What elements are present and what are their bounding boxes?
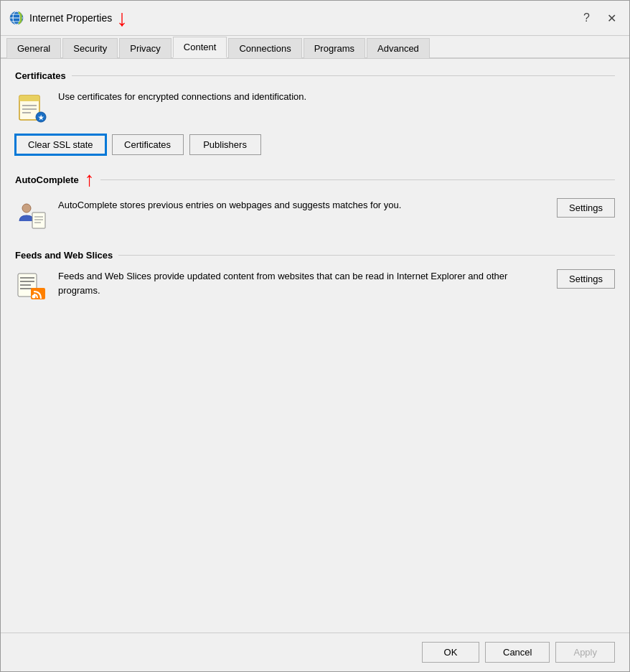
autocomplete-body: AutoComplete stores previous entries on … (15, 195, 615, 235)
content-area: Certificates ★ (1, 59, 629, 633)
autocomplete-icon (17, 200, 48, 231)
feeds-body: Feeds and Web Slices provide updated con… (15, 266, 615, 307)
feeds-section: Feeds and Web Slices (15, 250, 615, 307)
arrow-down-annotation: ↓ (116, 6, 128, 29)
autocomplete-divider (100, 179, 615, 180)
feeds-settings-button[interactable]: Settings (557, 269, 615, 289)
certificates-buttons: Clear SSL state Certificates Publishers (15, 134, 615, 155)
svg-text:★: ★ (38, 114, 44, 121)
arrow-up-annotation: ↑ (85, 169, 95, 190)
certificates-header: Certificates (15, 70, 615, 81)
certificates-body: ★ Use certificates for encrypted connect… (15, 87, 615, 127)
tab-bar: General Security Privacy Content Connect… (1, 36, 629, 59)
title-text: Internet Properties (29, 12, 112, 24)
svg-rect-6 (19, 95, 39, 101)
autocomplete-settings-button[interactable]: Settings (557, 198, 615, 218)
autocomplete-settings-container: Settings (557, 198, 615, 218)
feeds-divider (118, 255, 615, 256)
tab-advanced[interactable]: Advanced (367, 38, 430, 58)
cancel-button[interactable]: Cancel (485, 642, 550, 663)
clear-ssl-state-button[interactable]: Clear SSL state (15, 134, 106, 155)
feeds-icon-container (15, 269, 50, 304)
title-left: Internet Properties ↓ (9, 6, 128, 29)
internet-properties-window: Internet Properties ↓ ? ✕ General Securi… (0, 0, 630, 672)
tab-privacy[interactable]: Privacy (119, 38, 171, 58)
feeds-settings-container: Settings (557, 269, 615, 289)
title-controls: ? ✕ (579, 10, 621, 27)
tab-general[interactable]: General (6, 38, 61, 58)
tab-connections[interactable]: Connections (228, 38, 301, 58)
certificates-description: Use certificates for encrypted connectio… (58, 90, 615, 104)
feeds-header: Feeds and Web Slices (15, 250, 615, 261)
feeds-description: Feeds and Web Slices provide updated con… (58, 269, 548, 297)
svg-rect-13 (32, 213, 45, 228)
feeds-title: Feeds and Web Slices (15, 250, 113, 261)
close-button[interactable]: ✕ (603, 10, 621, 27)
feeds-icon (17, 271, 48, 302)
tab-content[interactable]: Content (173, 37, 227, 58)
ie-icon (9, 11, 24, 25)
autocomplete-icon-container (15, 198, 50, 233)
ok-button[interactable]: OK (422, 642, 479, 663)
title-annotation: Internet Properties ↓ (29, 6, 128, 29)
tab-security[interactable]: Security (62, 38, 118, 58)
certificates-icon-container: ★ (15, 90, 50, 124)
certificates-title: Certificates (15, 70, 66, 81)
help-button[interactable]: ? (579, 10, 594, 26)
certificates-section: Certificates ★ (15, 70, 615, 155)
publishers-button[interactable]: Publishers (189, 134, 261, 155)
certificate-icon: ★ (17, 91, 48, 123)
certificates-button[interactable]: Certificates (112, 134, 184, 155)
svg-point-12 (22, 204, 31, 213)
autocomplete-section: AutoComplete ↑ (15, 169, 615, 235)
certificates-divider (72, 75, 615, 76)
footer: OK Cancel Apply (1, 633, 629, 671)
title-bar: Internet Properties ↓ ? ✕ (1, 1, 629, 36)
autocomplete-description: AutoComplete stores previous entries on … (58, 198, 548, 213)
autocomplete-title: AutoComplete (15, 174, 79, 185)
tab-programs[interactable]: Programs (304, 38, 365, 58)
apply-button[interactable]: Apply (555, 642, 615, 663)
autocomplete-header: AutoComplete ↑ (15, 169, 615, 190)
